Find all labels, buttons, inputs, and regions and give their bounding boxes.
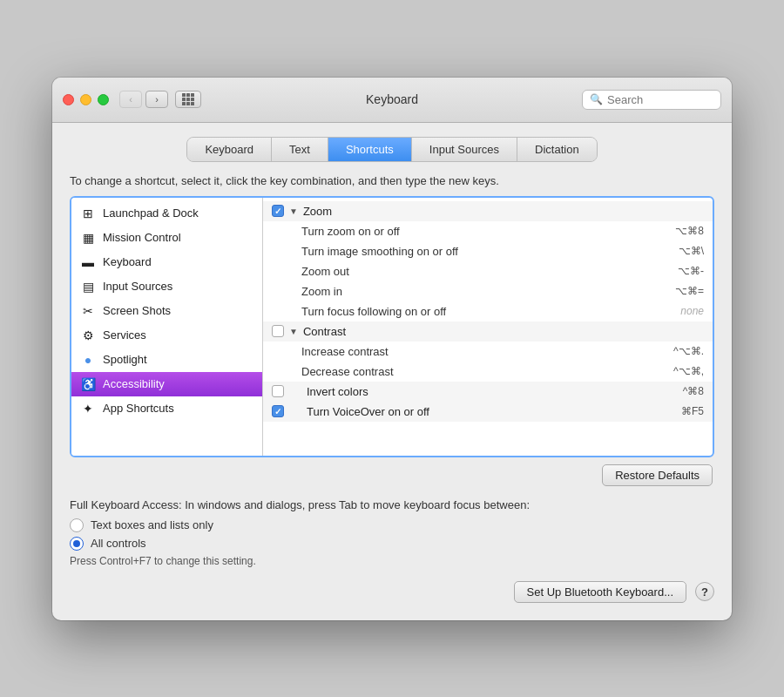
radio-text-boxes[interactable]: Text boxes and lists only — [70, 518, 714, 532]
grid-icon — [182, 93, 194, 105]
keyboard-preferences-window: ‹ › Keyboard 🔍 Keyboard Text Shortcuts I… — [52, 78, 732, 620]
shortcut-zoom-in[interactable]: Zoom in ⌥⌘= — [263, 281, 713, 301]
services-icon: ⚙ — [80, 328, 96, 343]
contrast-section-label: Contrast — [303, 325, 346, 338]
radio-all-controls-label: All controls — [91, 537, 146, 550]
input-sources-icon: ▤ — [80, 279, 96, 294]
sidebar-item-label: Spotlight — [103, 353, 147, 366]
section-zoom-header[interactable]: ▼ Zoom — [263, 201, 713, 221]
sidebar-item-accessibility[interactable]: ♿ Accessibility — [71, 372, 262, 396]
panel-area: ⊞ Launchpad & Dock ▦ Mission Control ▬ K… — [70, 196, 714, 457]
keyboard-icon: ▬ — [80, 254, 96, 270]
radio-all-controls-circle[interactable] — [70, 537, 84, 551]
search-input[interactable] — [607, 93, 713, 106]
app-shortcuts-icon: ✦ — [80, 401, 96, 416]
radio-text-boxes-circle[interactable] — [70, 518, 84, 532]
search-box[interactable]: 🔍 — [582, 90, 721, 110]
tab-dictation[interactable]: Dictation — [517, 138, 597, 161]
sidebar-item-label: Mission Control — [103, 231, 181, 244]
accessibility-icon: ♿ — [80, 376, 96, 392]
sidebar-item-mission-control[interactable]: ▦ Mission Control — [71, 226, 262, 250]
shortcut-zoom-out[interactable]: Zoom out ⌥⌘- — [263, 261, 713, 281]
launchpad-icon: ⊞ — [80, 206, 96, 221]
restore-defaults-button[interactable]: Restore Defaults — [602, 464, 713, 486]
shortcut-focus-following[interactable]: Turn focus following on or off none — [263, 301, 713, 321]
sidebar-item-services[interactable]: ⚙ Services — [71, 323, 262, 348]
shortcut-image-smoothing[interactable]: Turn image smoothing on or off ⌥⌘\ — [263, 241, 713, 261]
keyboard-access-hint: Press Control+F7 to change this setting. — [70, 555, 714, 567]
sidebar-item-label: Launchpad & Dock — [103, 206, 199, 220]
mission-control-icon: ▦ — [80, 230, 96, 246]
restore-defaults-row: Restore Defaults — [70, 464, 714, 486]
forward-button[interactable]: › — [145, 91, 168, 108]
nav-buttons: ‹ › — [119, 91, 168, 108]
keyboard-access-label: Full Keyboard Access: In windows and dia… — [70, 498, 714, 511]
shortcut-decrease-contrast[interactable]: Decrease contrast ^⌥⌘, — [263, 362, 713, 382]
shortcuts-inner: ▼ Zoom Turn zoom on or off ⌥⌘8 Turn imag… — [263, 198, 713, 425]
section-voiceover[interactable]: Turn VoiceOver on or off ⌘F5 — [263, 402, 713, 422]
content-area: Keyboard Text Shortcuts Input Sources Di… — [52, 123, 732, 620]
voiceover-checkbox[interactable] — [272, 405, 284, 417]
traffic-lights — [63, 94, 109, 105]
tab-shortcuts[interactable]: Shortcuts — [328, 138, 412, 161]
bluetooth-keyboard-button[interactable]: Set Up Bluetooth Keyboard... — [514, 581, 686, 603]
tab-text[interactable]: Text — [272, 138, 328, 161]
sidebar-list: ⊞ Launchpad & Dock ▦ Mission Control ▬ K… — [71, 198, 263, 456]
sidebar-item-launchpad[interactable]: ⊞ Launchpad & Dock — [71, 201, 262, 226]
maximize-button[interactable] — [98, 94, 109, 105]
search-icon: 🔍 — [590, 93, 603, 105]
shortcuts-panel: ▼ Zoom Turn zoom on or off ⌥⌘8 Turn imag… — [263, 198, 713, 456]
tabs-bar: Keyboard Text Shortcuts Input Sources Di… — [186, 137, 597, 162]
sidebar-item-label: Screen Shots — [103, 304, 171, 317]
grid-button[interactable] — [175, 91, 201, 108]
sidebar-item-label: Services — [103, 328, 146, 342]
titlebar: ‹ › Keyboard 🔍 — [52, 78, 732, 123]
close-button[interactable] — [63, 94, 74, 105]
keyboard-access-section: Full Keyboard Access: In windows and dia… — [70, 498, 714, 567]
voiceover-label: Turn VoiceOver on or off — [307, 405, 429, 418]
radio-text-boxes-label: Text boxes and lists only — [91, 518, 213, 531]
invert-colors-checkbox[interactable] — [272, 385, 284, 397]
back-button[interactable]: ‹ — [119, 91, 142, 108]
sidebar-item-spotlight[interactable]: ● Spotlight — [71, 348, 262, 372]
zoom-checkbox[interactable] — [272, 205, 284, 217]
window-title: Keyboard — [366, 92, 418, 106]
contrast-checkbox[interactable] — [272, 325, 284, 337]
tab-input-sources[interactable]: Input Sources — [412, 138, 517, 161]
help-button[interactable]: ? — [695, 582, 714, 601]
minimize-button[interactable] — [80, 94, 91, 105]
sidebar-item-input-sources[interactable]: ▤ Input Sources — [71, 274, 262, 299]
zoom-triangle: ▼ — [289, 206, 298, 216]
spotlight-icon: ● — [80, 352, 96, 368]
sidebar-item-keyboard[interactable]: ▬ Keyboard — [71, 250, 262, 274]
screenshots-icon: ✂ — [80, 303, 96, 319]
bottom-bar: Set Up Bluetooth Keyboard... ? — [70, 581, 714, 603]
instruction-text: To change a shortcut, select it, click t… — [70, 174, 714, 187]
contrast-triangle: ▼ — [289, 327, 298, 336]
shortcut-zoom-on-off[interactable]: Turn zoom on or off ⌥⌘8 — [263, 221, 713, 241]
shortcut-increase-contrast[interactable]: Increase contrast ^⌥⌘. — [263, 342, 713, 362]
sidebar-item-screen-shots[interactable]: ✂ Screen Shots — [71, 299, 262, 323]
tab-keyboard[interactable]: Keyboard — [187, 138, 272, 161]
section-contrast-header[interactable]: ▼ Contrast — [263, 321, 713, 342]
radio-all-controls[interactable]: All controls — [70, 537, 714, 551]
sidebar-item-label: Accessibility — [103, 377, 165, 390]
sidebar-item-label: App Shortcuts — [103, 402, 174, 415]
zoom-section-label: Zoom — [303, 205, 332, 218]
sidebar-item-app-shortcuts[interactable]: ✦ App Shortcuts — [71, 396, 262, 421]
invert-colors-label: Invert colors — [307, 385, 368, 398]
section-invert-colors[interactable]: Invert colors ^⌘8 — [263, 382, 713, 402]
sidebar-item-label: Keyboard — [103, 255, 152, 268]
sidebar-item-label: Input Sources — [103, 280, 172, 293]
